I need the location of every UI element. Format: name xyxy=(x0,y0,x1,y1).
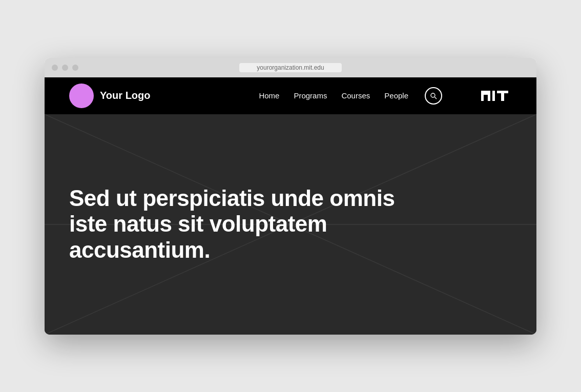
svg-rect-6 xyxy=(492,91,495,101)
browser-window: yourorganization.mit.edu Your Logo Home … xyxy=(45,58,536,335)
hero-section: Sed ut perspiciatis unde omnis iste natu… xyxy=(45,114,536,335)
website: Your Logo Home Programs Courses People xyxy=(45,77,536,335)
nav-link-people[interactable]: People xyxy=(384,91,408,100)
logo-area: Your Logo xyxy=(69,84,151,108)
hero-content: Sed ut perspiciatis unde omnis iste natu… xyxy=(69,185,418,263)
hero-title: Sed ut perspiciatis unde omnis iste natu… xyxy=(69,185,418,263)
search-icon xyxy=(429,92,438,100)
logo-circle xyxy=(69,84,94,108)
svg-rect-3 xyxy=(484,91,486,95)
nav-links: Home Programs Courses People xyxy=(259,87,512,105)
traffic-light-fullscreen[interactable] xyxy=(72,65,78,71)
traffic-light-close[interactable] xyxy=(52,65,58,71)
svg-rect-4 xyxy=(486,91,488,95)
nav-link-home[interactable]: Home xyxy=(259,91,279,100)
nav-link-courses[interactable]: Courses xyxy=(341,91,370,100)
nav-link-programs[interactable]: Programs xyxy=(294,91,327,100)
mit-logo-svg xyxy=(481,89,512,103)
svg-rect-5 xyxy=(488,91,490,101)
svg-rect-2 xyxy=(481,91,484,101)
browser-chrome: yourorganization.mit.edu xyxy=(45,58,536,77)
svg-rect-8 xyxy=(501,93,504,101)
url-bar[interactable]: yourorganization.mit.edu xyxy=(239,63,342,72)
svg-point-0 xyxy=(431,93,435,97)
logo-text: Your Logo xyxy=(100,90,151,101)
mit-logo xyxy=(481,89,512,103)
svg-rect-7 xyxy=(497,91,508,93)
traffic-light-minimize[interactable] xyxy=(62,65,68,71)
navbar: Your Logo Home Programs Courses People xyxy=(45,77,536,114)
search-button[interactable] xyxy=(425,87,442,105)
svg-line-1 xyxy=(434,97,437,99)
